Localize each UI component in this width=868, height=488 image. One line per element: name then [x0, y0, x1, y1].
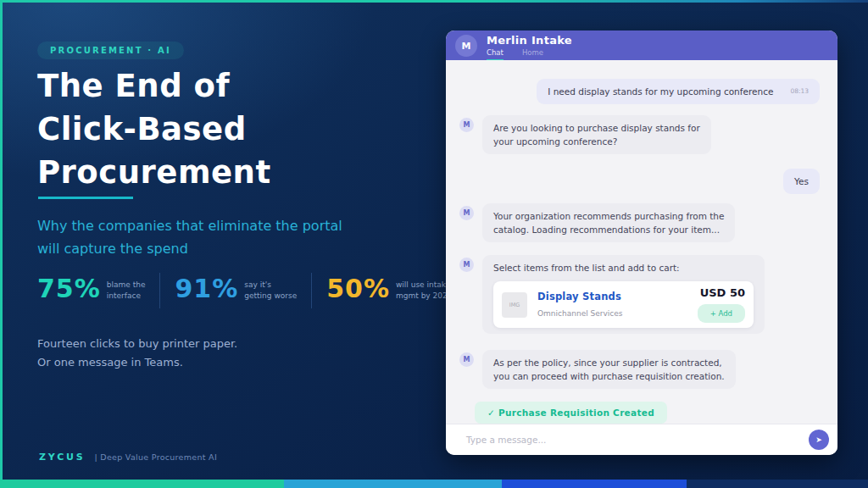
- stat-interface: 75% blame the interface: [37, 273, 145, 305]
- bot-message-line: Your organization recommends purchasing …: [493, 209, 724, 223]
- stat-intake: 50% will use intake mgmt by 2027: [326, 273, 452, 305]
- bot-message-line: you can proceed with purchase requisitio…: [493, 369, 725, 383]
- message-row-user: I need display stands for my upcoming co…: [446, 79, 837, 104]
- stat-worse: 91% say it's getting worse: [175, 273, 297, 305]
- message-row-user: Yes: [446, 169, 837, 194]
- user-message-text: I need display stands for my upcoming co…: [548, 85, 773, 98]
- message-input-bar: Type a message... ➤: [446, 424, 837, 455]
- user-message-text: Yes: [794, 175, 809, 188]
- subtitle-line-2: will capture the spend: [37, 237, 342, 260]
- message-row-bot: M Select items from the list and add to …: [446, 255, 837, 334]
- stat-value: 75%: [37, 273, 101, 305]
- subtitle: Why the companies that eliminate the por…: [37, 214, 342, 260]
- body-text-line: Or one message in Teams.: [37, 353, 237, 372]
- bot-avatar-small: M: [459, 352, 474, 367]
- message-row-bot: M Are you looking to purchase display st…: [446, 115, 837, 154]
- product-price: USD 50: [698, 286, 745, 300]
- body-text-line: Fourteen clicks to buy printer paper.: [37, 335, 237, 353]
- stat-label: blame the interface: [107, 273, 146, 302]
- stat-label-line: blame the: [107, 280, 146, 291]
- slide-background: PROCUREMENT · AI The End of Click-Based …: [0, 0, 868, 488]
- message-row-bot: M As per the policy, since your supplier…: [446, 350, 837, 389]
- bot-avatar-small: M: [459, 258, 474, 272]
- stat-label: will use intake mgmt by 2027: [396, 273, 452, 302]
- product-vendor: Omnichannel Services: [537, 307, 622, 320]
- bot-message-bubble: Are you looking to purchase display stan…: [482, 115, 711, 154]
- tab-home[interactable]: Home: [522, 48, 543, 61]
- chat-tabs: Chat Home: [487, 48, 562, 61]
- product-name-link[interactable]: Display Stands: [537, 290, 622, 303]
- chat-panel: M Merlin Intake Chat Home I need display…: [446, 30, 837, 455]
- stat-value: 91%: [175, 273, 238, 305]
- stat-label-line: will use intake: [396, 280, 452, 291]
- chat-header: M Merlin Intake Chat Home: [446, 30, 837, 60]
- add-to-cart-button[interactable]: + Add: [698, 304, 745, 323]
- bot-avatar-small: M: [459, 206, 474, 220]
- stat-divider: [159, 273, 160, 308]
- product-card: IMG Display Stands Omnichannel Services …: [493, 281, 754, 328]
- bot-message-line: Select items from the list and add to ca…: [493, 261, 754, 274]
- bot-message-bubble: Select items from the list and add to ca…: [482, 255, 765, 334]
- top-accent-border: [0, 0, 868, 3]
- body-text: Fourteen clicks to buy printer paper. Or…: [37, 335, 237, 372]
- product-image-placeholder: IMG: [502, 292, 527, 318]
- stat-divider: [311, 273, 312, 308]
- product-info: Display Stands Omnichannel Services: [537, 290, 622, 320]
- stat-label-line: getting worse: [244, 291, 297, 302]
- bottom-accent-bar: [0, 480, 868, 488]
- user-message-bubble: I need display stands for my upcoming co…: [537, 79, 820, 104]
- title-line-1: The End of: [37, 64, 271, 108]
- status-badge: ✓ Purchase Requisition Created: [475, 402, 667, 424]
- chat-message-list[interactable]: I need display stands for my upcoming co…: [446, 60, 837, 424]
- bottom-bar-segment-teal: [0, 480, 284, 488]
- brand-tagline: | Deep Value Procurement AI: [94, 452, 217, 462]
- stat-label: say it's getting worse: [244, 273, 297, 302]
- product-price-block: USD 50 + Add: [698, 286, 745, 323]
- stat-label-line: say it's: [244, 280, 297, 291]
- message-input[interactable]: Type a message...: [466, 435, 809, 445]
- send-icon: ➤: [815, 435, 822, 444]
- bot-message-bubble: Your organization recommends purchasing …: [482, 203, 735, 242]
- bot-message-line: your upcoming conference?: [493, 135, 700, 148]
- tab-chat[interactable]: Chat: [487, 48, 504, 61]
- bottom-bar-segment-royalblue: [502, 480, 687, 488]
- title-line-2: Click-Based: [37, 108, 271, 151]
- stat-label-line: mgmt by 2027: [396, 291, 452, 302]
- bottom-bar-segment-lightblue: [284, 480, 502, 488]
- subtitle-line-1: Why the companies that eliminate the por…: [37, 214, 342, 237]
- footer: ZYCUS | Deep Value Procurement AI: [39, 452, 217, 463]
- stat-label-line: interface: [107, 291, 146, 302]
- left-accent-border: [0, 0, 3, 488]
- title-underline: [38, 197, 133, 199]
- brand-logo: ZYCUS: [39, 452, 85, 463]
- bot-message-line: Are you looking to purchase display stan…: [493, 121, 700, 135]
- message-row-bot: M Your organization recommends purchasin…: [446, 203, 837, 242]
- title-line-3: Procurement: [37, 151, 271, 194]
- page-title: The End of Click-Based Procurement: [37, 64, 271, 194]
- bot-avatar: M: [455, 35, 477, 57]
- bottom-bar-segment-navy: [687, 480, 868, 488]
- stats-row: 75% blame the interface 91% say it's get…: [37, 273, 452, 308]
- bot-message-bubble: As per the policy, since your supplier i…: [482, 350, 736, 389]
- stat-value: 50%: [326, 273, 390, 305]
- chat-title: Merlin Intake: [487, 34, 572, 47]
- user-message-bubble: Yes: [783, 169, 820, 194]
- bot-message-line: As per the policy, since your supplier i…: [493, 356, 725, 369]
- bot-avatar-small: M: [459, 118, 474, 132]
- category-badge: PROCUREMENT · AI: [37, 42, 184, 59]
- send-button[interactable]: ➤: [809, 430, 829, 450]
- message-timestamp: 08:13: [790, 85, 809, 98]
- bot-message-line: catalog. Loading recommendations for you…: [493, 223, 724, 236]
